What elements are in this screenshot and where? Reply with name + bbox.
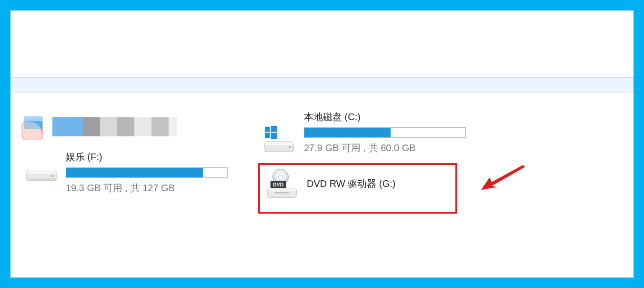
svg-rect-10 xyxy=(271,133,277,139)
capacity-bar xyxy=(304,127,466,138)
drive-item-f[interactable]: 娱乐 (F:) 19.3 GB 可用 , 共 127 GB xyxy=(20,148,239,197)
svg-rect-7 xyxy=(265,127,270,132)
ribbon-area xyxy=(10,10,634,77)
svg-point-6 xyxy=(51,175,53,177)
obscured-label xyxy=(52,117,177,136)
drive-title: 娱乐 (F:) xyxy=(66,151,234,164)
svg-rect-5 xyxy=(29,178,57,180)
svg-rect-19 xyxy=(268,188,296,192)
svg-point-15 xyxy=(279,175,283,179)
explorer-window: 娱乐 (F:) 19.3 GB 可用 , 共 127 GB xyxy=(10,10,634,278)
drive-item-g[interactable]: DVD DVD RW 驱动器 (G:) xyxy=(266,170,450,198)
hard-drive-icon xyxy=(25,166,58,195)
obscured-icon xyxy=(20,112,54,142)
dvd-drive-icon: DVD xyxy=(266,170,299,198)
drive-title: 本地磁盘 (C:) xyxy=(304,111,473,123)
svg-rect-12 xyxy=(265,142,293,145)
svg-rect-8 xyxy=(271,126,277,132)
drive-title: DVD RW 驱动器 (G:) xyxy=(307,177,450,190)
drive-subtitle: 27.9 GB 可用 , 共 60.0 GB xyxy=(304,142,473,154)
windows-drive-icon xyxy=(263,126,296,154)
drive-item-c[interactable]: 本地磁盘 (C:) 27.9 GB 可用 , 共 60.0 GB xyxy=(258,108,477,157)
divider-band xyxy=(10,77,634,93)
svg-rect-20 xyxy=(275,192,289,194)
drive-list-area: 娱乐 (F:) 19.3 GB 可用 , 共 127 GB xyxy=(10,93,634,233)
svg-rect-9 xyxy=(265,133,270,138)
svg-rect-4 xyxy=(27,170,56,174)
svg-rect-2 xyxy=(24,116,43,129)
svg-point-13 xyxy=(289,146,291,148)
svg-text:DVD: DVD xyxy=(273,182,284,187)
selection-highlight: DVD DVD RW 驱动器 (G:) xyxy=(258,163,457,214)
drive-subtitle: 19.3 GB 可用 , 共 127 GB xyxy=(66,182,234,195)
obscured-drive-item[interactable] xyxy=(20,112,239,142)
capacity-bar xyxy=(66,167,228,178)
